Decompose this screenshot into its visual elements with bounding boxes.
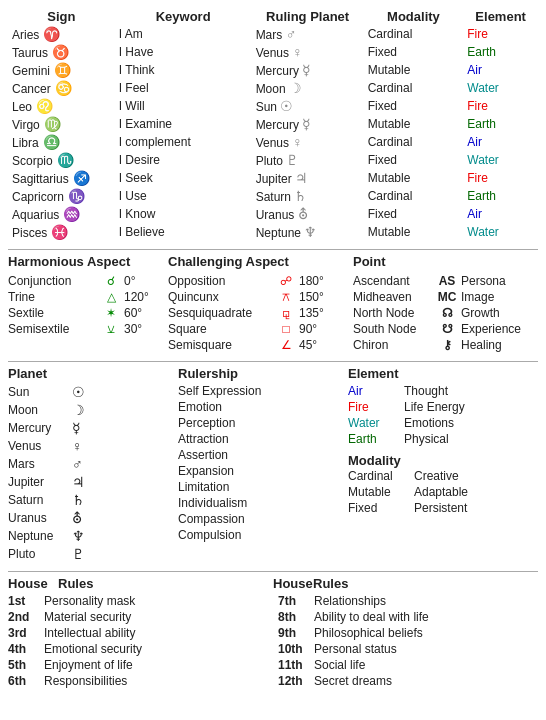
signs-table: Sign Keyword Ruling Planet Modality Elem…	[8, 8, 538, 241]
aspect-name: Semisquare	[168, 338, 273, 352]
planet-name: Mercury	[8, 421, 68, 435]
aspect-symbol: ⚻	[277, 290, 295, 304]
sign-planet: Jupiter ♃	[252, 169, 364, 187]
sign-name: Aquarius♒	[8, 205, 115, 223]
point-symbol: ☊	[437, 306, 457, 320]
sign-row: Pisces♓ I Believe Neptune ♆ Mutable Wate…	[8, 223, 538, 241]
point-symbol: MC	[437, 290, 457, 304]
modality-name: Mutable	[348, 485, 408, 499]
aspect-degree: 120°	[124, 290, 149, 304]
signs-section: Sign Keyword Ruling Planet Modality Elem…	[8, 8, 538, 241]
sign-element: Air	[463, 133, 538, 151]
sign-row: Scorpio♏ I Desire Pluto ♇ Fixed Water	[8, 151, 538, 169]
planet-row: Mars♂	[8, 455, 178, 473]
sign-keyword: I Believe	[115, 223, 252, 241]
house-row: 12thSecret dreams	[278, 673, 538, 689]
rulership-col: Self ExpressionEmotionPerceptionAttracti…	[178, 383, 348, 563]
aspect-degree: 135°	[299, 306, 324, 320]
point-desc: Healing	[461, 338, 502, 352]
sign-name: Gemini♊	[8, 61, 115, 79]
house-row: 2ndMaterial security	[8, 609, 268, 625]
sign-row: Sagittarius♐ I Seek Jupiter ♃ Mutable Fi…	[8, 169, 538, 187]
challenging-aspect-row: Quincunx⚻150°	[168, 289, 353, 305]
planet-row: Venus♀	[8, 437, 178, 455]
sign-keyword: I Seek	[115, 169, 252, 187]
aspect-degree: 90°	[299, 322, 317, 336]
sign-planet: Mercury ☿	[252, 115, 364, 133]
sign-keyword: I complement	[115, 133, 252, 151]
planet-row: Neptune♆	[8, 527, 178, 545]
sign-planet: Sun ☉	[252, 97, 364, 115]
divider-1	[8, 249, 538, 250]
planet-name: Jupiter	[8, 475, 68, 489]
aspect-name: Semisextile	[8, 322, 98, 336]
house-row: 10thPersonal status	[278, 641, 538, 657]
point-symbol: AS	[437, 274, 457, 288]
sign-name: Cancer♋	[8, 79, 115, 97]
sign-modality: Cardinal	[364, 79, 464, 97]
divider-2	[8, 361, 538, 362]
harmonious-aspect-row: Trine△120°	[8, 289, 168, 305]
aspect-name: Sesquiquadrate	[168, 306, 273, 320]
planet-symbol: ☿	[72, 420, 81, 436]
point-row: AscendantASPersona	[353, 273, 533, 289]
house-num: 2nd	[8, 610, 38, 624]
rulership-row: Expansion	[178, 463, 348, 479]
planet-row: Moon☽	[8, 401, 178, 419]
sign-modality: Mutable	[364, 61, 464, 79]
house-num: 9th	[278, 626, 308, 640]
sign-modality: Cardinal	[364, 25, 464, 43]
aspect-name: Trine	[8, 290, 98, 304]
house-num: 8th	[278, 610, 308, 624]
challenging-aspect-header: Challenging Aspect	[168, 254, 353, 269]
sign-element: Water	[463, 223, 538, 241]
houses-left-col: 1stPersonality mask2ndMaterial security3…	[8, 593, 268, 689]
planet-name: Neptune	[8, 529, 68, 543]
modality-header: Modality	[364, 8, 464, 25]
house-right-label: House	[273, 576, 313, 591]
point-name: Midheaven	[353, 290, 433, 304]
point-row: South Node☋Experience	[353, 321, 533, 337]
element-modality-col: AirThoughtFireLife EnergyWaterEmotionsEa…	[348, 383, 518, 563]
house-row: 8thAbility to deal with life	[278, 609, 538, 625]
aspect-degree: 30°	[124, 322, 142, 336]
harmonious-aspect-row: Semisextile⚺30°	[8, 321, 168, 337]
sign-name: Scorpio♏	[8, 151, 115, 169]
points-col: AscendantASPersonaMidheavenMCImageNorth …	[353, 273, 533, 353]
sign-element: Water	[463, 79, 538, 97]
sign-keyword: I Have	[115, 43, 252, 61]
sign-element: Earth	[463, 43, 538, 61]
element-desc: Emotions	[404, 416, 454, 430]
planet-name: Moon	[8, 403, 68, 417]
aspect-symbol: ✶	[102, 306, 120, 320]
sign-modality: Fixed	[364, 43, 464, 61]
rulership-row: Attraction	[178, 431, 348, 447]
planet-symbol: ☉	[72, 384, 85, 400]
sign-element: Fire	[463, 169, 538, 187]
aspect-degree: 60°	[124, 306, 142, 320]
house-rules: Responsibilities	[44, 674, 127, 688]
sign-keyword: I Know	[115, 205, 252, 223]
modality-row: MutableAdaptable	[348, 484, 518, 500]
sign-row: Virgo♍ I Examine Mercury ☿ Mutable Earth	[8, 115, 538, 133]
sign-name: Leo♌	[8, 97, 115, 115]
rulership-row: Perception	[178, 415, 348, 431]
sign-modality: Fixed	[364, 97, 464, 115]
modality-sub-label: Modality	[348, 453, 518, 468]
challenging-aspects-col: Opposition☍180°Quincunx⚻150°Sesquiquadra…	[168, 273, 353, 353]
planet-name: Sun	[8, 385, 68, 399]
element-name: Air	[348, 384, 398, 398]
house-row: 9thPhilosophical beliefs	[278, 625, 538, 641]
sign-row: Aries♈ I Am Mars ♂ Cardinal Fire	[8, 25, 538, 43]
house-rules: Personal status	[314, 642, 397, 656]
aspect-symbol: ∠	[277, 338, 295, 352]
sign-name: Aries♈	[8, 25, 115, 43]
aspect-name: Conjunction	[8, 274, 98, 288]
house-num: 3rd	[8, 626, 38, 640]
planet-symbol: ♇	[72, 546, 85, 562]
house-row: 4thEmotional security	[8, 641, 268, 657]
house-rules: Social life	[314, 658, 365, 672]
point-row: North Node☊Growth	[353, 305, 533, 321]
point-desc: Growth	[461, 306, 500, 320]
planet-symbol: ♃	[72, 474, 85, 490]
